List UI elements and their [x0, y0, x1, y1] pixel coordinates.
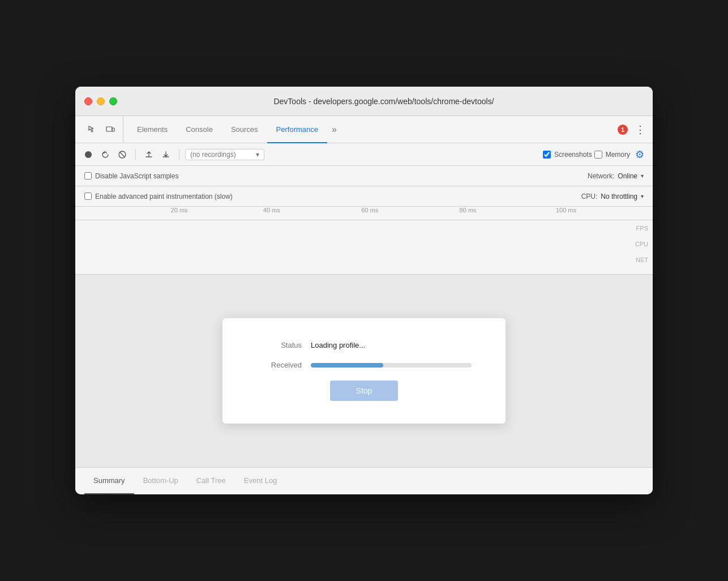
- device-toolbar-icon[interactable]: [102, 122, 118, 138]
- tab-bottom-up[interactable]: Bottom-Up: [134, 468, 187, 494]
- stop-button[interactable]: Stop: [330, 381, 398, 401]
- tab-console[interactable]: Console: [177, 117, 222, 143]
- fps-label: FPS: [636, 225, 648, 232]
- time-label-40ms: 40 ms: [263, 207, 280, 213]
- cpu-track: CPU: [75, 236, 653, 252]
- timeline-ruler: 20 ms 40 ms 60 ms 80 ms 100 ms: [75, 207, 653, 220]
- enable-paint-checkbox[interactable]: [84, 193, 92, 200]
- settings-gear-button[interactable]: ⚙: [632, 147, 647, 162]
- net-label: NET: [636, 257, 648, 263]
- upload-button[interactable]: [142, 147, 156, 162]
- cpu-label: CPU: [635, 241, 648, 247]
- progress-bar-fill: [311, 363, 383, 368]
- disable-js-setting: Disable JavaScript samples: [84, 172, 178, 180]
- devtools-window: DevTools - developers.google.com/web/too…: [75, 87, 653, 494]
- maximize-button[interactable]: [109, 97, 117, 105]
- titlebar: DevTools - developers.google.com/web/too…: [75, 87, 653, 116]
- record-button[interactable]: [81, 147, 96, 162]
- reload-button[interactable]: [98, 147, 113, 162]
- time-label-60ms: 60 ms: [361, 207, 378, 213]
- tab-summary[interactable]: Summary: [84, 468, 134, 494]
- error-icon: 1: [618, 125, 628, 135]
- progress-bar-container: [311, 363, 472, 368]
- error-badge[interactable]: 1: [618, 125, 628, 135]
- network-setting: Network: Online ▾: [588, 172, 644, 180]
- clear-button[interactable]: [115, 147, 130, 162]
- timeline-tracks: FPS CPU NET: [75, 220, 653, 268]
- svg-rect-1: [112, 128, 114, 131]
- enable-paint-setting: Enable advanced paint instrumentation (s…: [84, 193, 233, 200]
- tab-sources[interactable]: Sources: [222, 117, 267, 143]
- network-dropdown-group: Network: Online ▾: [588, 172, 644, 180]
- received-label: Received: [256, 361, 302, 369]
- inspect-element-icon[interactable]: [84, 122, 100, 138]
- memory-checkbox[interactable]: [594, 151, 602, 159]
- loading-dialog: Status Loading profile... Received Stop: [222, 318, 506, 424]
- tab-performance[interactable]: Performance: [267, 117, 327, 143]
- settings-row-2: Enable advanced paint instrumentation (s…: [75, 186, 653, 207]
- svg-point-2: [85, 151, 92, 158]
- tab-bar: Elements Console Sources Performance » 1…: [75, 116, 653, 143]
- cpu-setting: CPU: No throttling ▾: [581, 193, 644, 200]
- screenshots-checkbox-group: Screenshots: [543, 151, 592, 159]
- minimize-button[interactable]: [97, 97, 105, 105]
- memory-checkbox-group: Memory: [594, 151, 630, 159]
- bottom-tabs: Summary Bottom-Up Call Tree Event Log: [75, 467, 653, 494]
- recordings-dropdown[interactable]: (no recordings) ▾: [185, 149, 264, 160]
- net-track: NET: [75, 252, 653, 268]
- tab-event-log[interactable]: Event Log: [235, 468, 286, 494]
- svg-rect-0: [106, 127, 112, 131]
- download-button[interactable]: [159, 147, 173, 162]
- status-value: Loading profile...: [311, 341, 365, 349]
- received-row: Received: [256, 361, 472, 369]
- close-button[interactable]: [84, 97, 92, 105]
- toolbar-divider-1: [135, 149, 136, 160]
- time-label-80ms: 80 ms: [460, 207, 477, 213]
- performance-toolbar: (no recordings) ▾ Screenshots Memory ⚙: [75, 143, 653, 166]
- traffic-lights: [84, 97, 117, 105]
- tab-call-tree[interactable]: Call Tree: [187, 468, 235, 494]
- status-row: Status Loading profile...: [256, 341, 472, 349]
- tab-end-actions: 1 ⋮: [618, 116, 648, 143]
- devtools-menu-button[interactable]: ⋮: [632, 122, 648, 138]
- status-label: Status: [256, 341, 302, 349]
- time-label-20ms: 20 ms: [171, 207, 188, 213]
- window-title: DevTools - developers.google.com/web/too…: [124, 97, 644, 106]
- time-label-100ms: 100 ms: [556, 207, 576, 213]
- main-content: Status Loading profile... Received Stop: [75, 275, 653, 467]
- disable-js-checkbox[interactable]: [84, 172, 92, 180]
- tab-elements[interactable]: Elements: [128, 117, 177, 143]
- fps-track: FPS: [75, 220, 653, 236]
- toolbar-divider-2: [179, 149, 179, 160]
- devtools-icons: [80, 116, 123, 143]
- more-tabs-button[interactable]: »: [327, 116, 341, 143]
- settings-row-1: Disable JavaScript samples Network: Onli…: [75, 166, 653, 186]
- screenshots-checkbox[interactable]: [543, 151, 551, 159]
- svg-line-4: [120, 152, 125, 157]
- timeline-area: 20 ms 40 ms 60 ms 80 ms 100 ms FPS CPU N…: [75, 207, 653, 275]
